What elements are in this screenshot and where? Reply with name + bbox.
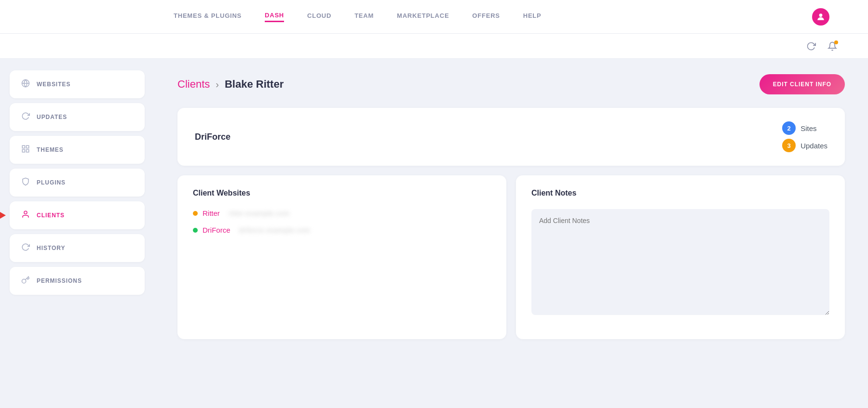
breadcrumb: Clients › Blake Ritter <box>177 78 284 91</box>
breadcrumb-current-page: Blake Ritter <box>225 78 284 91</box>
sidebar-item-plugins[interactable]: PLUGINS <box>10 169 145 197</box>
updates-label: Updates <box>800 142 827 150</box>
svg-rect-3 <box>22 145 25 148</box>
svg-point-10 <box>22 279 26 283</box>
sidebar-item-websites[interactable]: WEBSITES <box>10 70 145 98</box>
driforce-url: driforce.example.com <box>239 226 311 234</box>
nav-items: THEMES & PLUGINS DASH CLOUD TEAM MARKETP… <box>174 12 812 22</box>
nav-cloud[interactable]: CLOUD <box>307 12 331 21</box>
clients-icon <box>21 210 30 221</box>
sidebar: WEBSITES UPDATES THEMES PLUGINS <box>0 59 154 408</box>
website-item-ritter: Ritter ritter.example.com <box>193 209 491 217</box>
breadcrumb-separator: › <box>216 79 219 90</box>
sidebar-item-clients-label: CLIENTS <box>37 212 65 219</box>
sidebar-item-plugins-label: PLUGINS <box>37 179 66 186</box>
toolbar <box>0 34 868 59</box>
bell-icon[interactable] <box>826 39 839 53</box>
top-navigation: THEMES & PLUGINS DASH CLOUD TEAM MARKETP… <box>0 0 868 34</box>
driforce-name: DriForce <box>195 132 231 142</box>
sites-label: Sites <box>800 124 816 132</box>
client-notes-textarea[interactable] <box>531 209 829 315</box>
bell-notification-dot <box>834 40 838 44</box>
sidebar-item-clients[interactable]: CLIENTS <box>10 201 145 229</box>
main-layout: WEBSITES UPDATES THEMES PLUGINS <box>0 59 868 408</box>
client-websites-title: Client Websites <box>193 189 491 197</box>
svg-marker-8 <box>0 212 6 219</box>
nav-team[interactable]: TEAM <box>354 12 374 21</box>
toolbar-icons <box>804 39 839 53</box>
stats-group: 2 Sites 3 Updates <box>782 121 827 152</box>
nav-help[interactable]: HELP <box>523 12 542 21</box>
nav-themes-plugins[interactable]: THEMES & PLUGINS <box>174 12 242 21</box>
nav-marketplace[interactable]: MARKETPLACE <box>397 12 449 21</box>
sidebar-item-permissions-label: PERMISSIONS <box>37 277 82 284</box>
refresh-icon[interactable] <box>804 39 818 53</box>
main-content: Clients › Blake Ritter EDIT CLIENT INFO … <box>154 59 868 408</box>
svg-rect-6 <box>27 150 29 152</box>
svg-rect-5 <box>22 150 25 152</box>
ritter-url: ritter.example.com <box>229 210 290 217</box>
ritter-link[interactable]: Ritter <box>203 209 220 217</box>
sidebar-item-updates-label: UPDATES <box>37 114 67 120</box>
sidebar-item-history-label: HISTORY <box>37 245 65 251</box>
sidebar-item-themes[interactable]: THEMES <box>10 136 145 164</box>
globe-icon <box>21 79 30 90</box>
arrow-indicator <box>0 210 6 221</box>
sidebar-item-updates[interactable]: UPDATES <box>10 103 145 131</box>
nav-right <box>812 8 829 26</box>
sidebar-item-websites-label: WEBSITES <box>37 81 70 88</box>
svg-point-0 <box>819 13 823 17</box>
sidebar-clients-wrapper: CLIENTS <box>10 201 145 229</box>
svg-rect-4 <box>27 145 29 148</box>
svg-point-9 <box>24 211 27 214</box>
updates-icon <box>21 112 30 122</box>
client-notes-title: Client Notes <box>531 189 829 197</box>
sites-badge: 2 <box>782 121 796 135</box>
website-item-driforce: DriForce driforce.example.com <box>193 226 491 234</box>
page-header: Clients › Blake Ritter EDIT CLIENT INFO <box>177 74 845 94</box>
client-notes-panel: Client Notes <box>516 175 845 339</box>
driforce-status-dot <box>193 228 198 233</box>
permissions-icon <box>21 276 30 286</box>
user-avatar[interactable] <box>812 8 829 26</box>
updates-stat-row: 3 Updates <box>782 139 827 152</box>
updates-badge: 3 <box>782 139 796 152</box>
themes-icon <box>21 145 30 155</box>
sidebar-item-themes-label: THEMES <box>37 146 64 153</box>
driforce-section: DriForce 2 Sites 3 Updates <box>177 108 845 166</box>
client-websites-panel: Client Websites Ritter ritter.example.co… <box>177 175 506 339</box>
nav-offers[interactable]: OFFERS <box>472 12 500 21</box>
nav-dash[interactable]: DASH <box>265 12 284 22</box>
sidebar-item-permissions[interactable]: PERMISSIONS <box>10 267 145 295</box>
sites-stat-row: 2 Sites <box>782 121 827 135</box>
plugins-icon <box>21 177 30 188</box>
driforce-link[interactable]: DriForce <box>203 226 231 234</box>
breadcrumb-clients-link[interactable]: Clients <box>177 78 210 91</box>
sidebar-item-history[interactable]: HISTORY <box>10 234 145 262</box>
history-icon <box>21 243 30 253</box>
lower-panels: Client Websites Ritter ritter.example.co… <box>177 175 845 339</box>
edit-client-button[interactable]: EDIT CLIENT INFO <box>760 74 845 94</box>
ritter-status-dot <box>193 211 198 216</box>
